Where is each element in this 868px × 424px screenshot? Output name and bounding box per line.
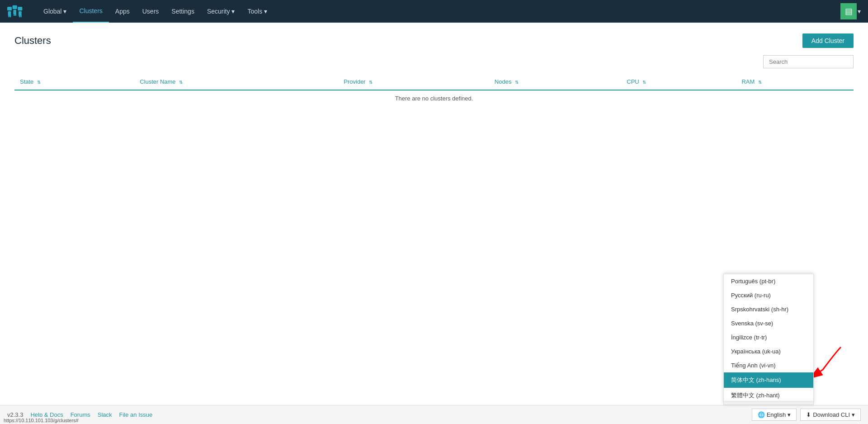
table-controls [14, 55, 854, 68]
chevron-down-icon: ▾ [231, 8, 235, 15]
navbar: Global ▾ Clusters Apps Users Settings Se… [0, 0, 868, 23]
page-header: Clusters Add Cluster [14, 33, 854, 48]
col-provider[interactable]: Provider ⇅ [338, 74, 489, 90]
main-content: Clusters Add Cluster State ⇅ Cluster Nam… [0, 23, 868, 117]
add-cluster-button[interactable]: Add Cluster [802, 33, 854, 48]
sort-icon: ⇅ [642, 80, 646, 85]
user-icon: ▤ [845, 6, 853, 16]
user-dropdown-arrow[interactable]: ▾ [858, 8, 861, 15]
chevron-down-icon: ▾ [63, 8, 66, 15]
table-body: There are no clusters defined. [14, 90, 854, 106]
svg-rect-9 [15, 14, 17, 16]
svg-rect-8 [14, 14, 14, 16]
search-input[interactable] [763, 55, 854, 68]
col-cluster-name[interactable]: Cluster Name ⇅ [134, 74, 338, 90]
sort-icon: ⇅ [515, 80, 519, 85]
nav-items: Global ▾ Clusters Apps Users Settings Se… [37, 0, 840, 23]
col-state[interactable]: State ⇅ [14, 74, 134, 90]
sort-icon: ⇅ [758, 80, 762, 85]
page-title: Clusters [14, 35, 51, 47]
svg-rect-7 [10, 15, 11, 17]
svg-rect-11 [20, 15, 22, 17]
nav-item-security[interactable]: Security ▾ [201, 0, 241, 23]
svg-rect-1 [13, 5, 17, 9]
nav-right: ▤ ▾ [840, 3, 861, 19]
nav-item-clusters[interactable]: Clusters [73, 0, 108, 23]
sort-icon: ⇅ [179, 80, 183, 85]
nav-item-tools[interactable]: Tools ▾ [241, 0, 274, 23]
svg-rect-2 [18, 7, 22, 10]
svg-rect-0 [7, 7, 12, 10]
svg-rect-6 [9, 15, 10, 17]
logo [7, 3, 30, 19]
col-cpu[interactable]: CPU ⇅ [621, 74, 736, 90]
empty-row: There are no clusters defined. [14, 90, 854, 106]
nav-item-global[interactable]: Global ▾ [37, 0, 73, 23]
table-header: State ⇅ Cluster Name ⇅ Provider ⇅ Nodes … [14, 74, 854, 90]
sort-icon: ⇅ [37, 80, 41, 85]
user-menu-button[interactable]: ▤ [840, 3, 857, 19]
svg-rect-10 [19, 15, 20, 17]
nav-item-apps[interactable]: Apps [109, 0, 136, 23]
nav-item-settings[interactable]: Settings [165, 0, 201, 23]
sort-icon: ⇅ [369, 80, 373, 85]
empty-message: There are no clusters defined. [14, 90, 854, 106]
nav-item-users[interactable]: Users [136, 0, 165, 23]
col-nodes[interactable]: Nodes ⇅ [489, 74, 621, 90]
chevron-down-icon: ▾ [264, 8, 267, 15]
clusters-table: State ⇅ Cluster Name ⇅ Provider ⇅ Nodes … [14, 74, 854, 106]
col-ram[interactable]: RAM ⇅ [736, 74, 854, 90]
